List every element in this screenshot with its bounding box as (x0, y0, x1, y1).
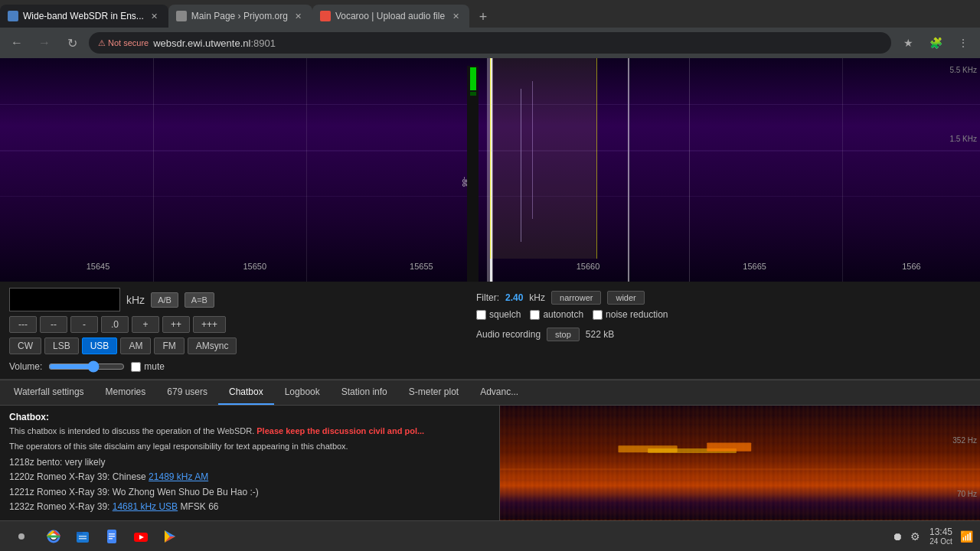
tab-1-close[interactable]: ✕ (149, 10, 161, 22)
mode-fm[interactable]: FM (154, 337, 184, 354)
left-controls: 15656.00 kHz A/B A=B --- -- - .0 + ++ ++… (9, 288, 461, 373)
mute-label: mute (131, 361, 165, 372)
freq-row: 15656.00 kHz A/B A=B (9, 288, 461, 311)
extension-icon[interactable]: 🧩 (925, 32, 946, 54)
tab-1-favicon (8, 11, 18, 21)
start-button[interactable] (6, 524, 37, 549)
tab-advanced[interactable]: Advanc... (469, 380, 529, 405)
spectrogram-panel[interactable]: 352 Hz 70 Hz (500, 406, 981, 520)
mode-lsb[interactable]: LSB (44, 337, 79, 354)
taskbar-docs[interactable] (98, 523, 126, 550)
freq-label-15665: 15665 (743, 262, 766, 271)
wider-button[interactable]: wider (607, 291, 644, 305)
svg-rect-18 (500, 481, 981, 481)
tab-3-close[interactable]: ✕ (449, 10, 462, 22)
narrower-button[interactable]: narrower (551, 291, 601, 305)
address-box[interactable]: ⚠ Not secure websdr.ewi.utwente.nl:8901 (89, 32, 891, 54)
tab-2[interactable]: Main Page › Priyom.org ✕ (168, 5, 312, 28)
volume-slider[interactable] (48, 360, 125, 373)
svg-rect-11 (842, 58, 843, 282)
recording-row: Audio recording stop 522 kB (476, 328, 971, 341)
reload-button[interactable]: ↻ (61, 32, 83, 54)
svg-rect-10 (689, 58, 690, 282)
mode-amsync[interactable]: AMsync (188, 337, 237, 354)
tab-1[interactable]: Wide-band WebSDR in Ens... ✕ (0, 5, 168, 28)
volume-row: Volume: mute (9, 360, 461, 373)
filter-unit: kHz (529, 292, 545, 303)
taskbar-network-icon[interactable]: 📶 (959, 529, 974, 544)
frequency-input[interactable]: 15656.00 (9, 288, 120, 311)
chatbox-warning: Please keep the discussion civil and pol… (256, 426, 424, 435)
checkbox-row: squelch autonotch noise reduction (476, 309, 971, 320)
tab-3[interactable]: Vocaroo | Upload audio file ✕ (312, 5, 469, 28)
step-btn-0[interactable]: --- (9, 316, 37, 333)
taskbar-youtube[interactable] (127, 523, 155, 550)
step-btn-4[interactable]: + (132, 316, 159, 333)
tab-waterfall-settings[interactable]: Waterfall settings (3, 380, 95, 405)
tab-users[interactable]: 679 users (156, 380, 218, 405)
freq-unit: kHz (126, 294, 145, 306)
filter-row: Filter: 2.40 kHz narrower wider (476, 291, 971, 305)
recording-size: 522 kB (586, 329, 614, 340)
tab-2-title: Main Page › Priyom.org (191, 11, 288, 21)
bottom-section: Chatbox: This chatbox is intended to dis… (0, 406, 980, 520)
taskbar-chrome[interactable] (40, 523, 67, 550)
chatbox-title: Chatbox: (9, 412, 490, 422)
s-meter-reading: -86 (461, 177, 469, 187)
stop-button[interactable]: stop (547, 328, 580, 341)
chatbox-disclaimer: The operators of this site disclaim any … (9, 441, 490, 452)
mode-am[interactable]: AM (120, 337, 151, 354)
chat-message-1: 1218z bento: very likely (9, 455, 490, 470)
mute-checkbox[interactable] (131, 362, 141, 372)
tab-station-info[interactable]: Station info (331, 380, 398, 405)
back-button[interactable]: ← (6, 32, 28, 54)
tab-smeter-plot[interactable]: S-meter plot (398, 380, 469, 405)
taskbar-settings-icon[interactable]: ⚙ (908, 529, 923, 544)
chat-message-4: 1232z Romeo X-Ray 39: 14681 kHz USB MFSK… (9, 500, 490, 514)
tab-2-close[interactable]: ✕ (292, 10, 305, 22)
svg-rect-26 (109, 533, 115, 535)
svg-rect-2 (628, 58, 629, 282)
mode-usb[interactable]: USB (82, 337, 118, 354)
recording-label: Audio recording (476, 329, 541, 340)
controls-row: 15656.00 kHz A/B A=B --- -- - .0 + ++ ++… (0, 282, 980, 380)
step-btn-1[interactable]: -- (40, 316, 67, 333)
step-btn-5[interactable]: ++ (162, 316, 190, 333)
squelch-checkbox[interactable] (476, 310, 486, 320)
freq-label-15645: 15645 (87, 262, 110, 271)
svg-rect-23 (79, 536, 87, 537)
noise-reduction-label: noise reduction (593, 309, 668, 320)
freq-label-15655: 15655 (410, 262, 433, 271)
step-btn-6[interactable]: +++ (193, 316, 226, 333)
taskbar-icons: ⏺ ⚙ (890, 529, 923, 544)
autonotch-checkbox[interactable] (530, 310, 540, 320)
svg-rect-28 (109, 538, 113, 540)
step-btn-3[interactable]: .0 (101, 316, 129, 333)
tab-logbook[interactable]: Logbook (274, 380, 331, 405)
taskbar-play[interactable] (156, 523, 184, 550)
svg-rect-17 (500, 469, 981, 471)
spectrogram-signals (500, 406, 981, 520)
taskbar-files[interactable] (69, 523, 96, 550)
chat-link-1[interactable]: 21489 kHz AM (149, 471, 208, 482)
ab-button[interactable]: A/B (151, 292, 178, 308)
ab-eq-button[interactable]: A=B (185, 292, 214, 308)
bookmark-icon[interactable]: ★ (897, 32, 919, 54)
tabs-bar: Waterfall settings Memories 679 users Ch… (0, 380, 980, 406)
tab-memories[interactable]: Memories (95, 380, 157, 405)
svg-rect-13 (500, 406, 981, 520)
new-tab-button[interactable]: + (472, 6, 494, 28)
taskbar-record-icon[interactable]: ⏺ (890, 529, 905, 544)
freq-label-15650: 15650 (243, 262, 267, 271)
chat-message-3: 1221z Romeo X-Ray 39: Wo Zhong Wen Shuo … (9, 485, 490, 500)
chat-link-2[interactable]: 14681 kHz USB (113, 501, 178, 512)
noise-reduction-checkbox[interactable] (593, 310, 603, 320)
tab-chatbox[interactable]: Chatbox (218, 380, 274, 405)
mode-cw[interactable]: CW (9, 337, 41, 354)
step-btn-2[interactable]: - (70, 316, 98, 333)
forward-button[interactable]: → (34, 32, 55, 54)
menu-icon[interactable]: ⋮ (952, 32, 974, 54)
taskbar-time: 13:45 24 Oct (929, 527, 952, 546)
waterfall-display[interactable]: 1% broadcast CHN China Radio Int. Embass… (0, 58, 980, 282)
tab-3-title: Vocaroo | Upload audio file (335, 11, 445, 21)
